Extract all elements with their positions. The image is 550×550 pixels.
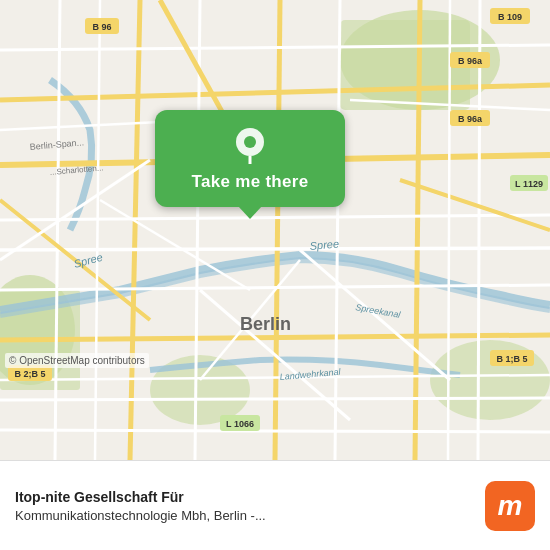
moovit-logo-icon: m (485, 481, 535, 531)
map-popup[interactable]: Take me there (155, 110, 345, 207)
svg-text:Spree: Spree (309, 237, 339, 252)
svg-text:B 2;B 5: B 2;B 5 (14, 369, 45, 379)
copyright-text: © OpenStreetMap contributors (5, 353, 149, 368)
moovit-letter: m (498, 490, 523, 522)
svg-text:B 96a: B 96a (458, 114, 483, 124)
svg-text:L 1129: L 1129 (515, 179, 543, 189)
svg-text:B 96: B 96 (92, 22, 111, 32)
location-subtitle: Kommunikationstechnologie Mbh, Berlin -.… (15, 508, 475, 523)
svg-text:B 96a: B 96a (458, 56, 483, 66)
location-pin-icon (232, 128, 268, 164)
take-me-there-button[interactable]: Take me there (192, 172, 309, 192)
location-title: Itop-nite Gesellschaft Für (15, 489, 475, 505)
svg-line-17 (0, 398, 550, 400)
location-info: Itop-nite Gesellschaft Für Kommunikation… (15, 489, 475, 523)
svg-text:L 1066: L 1066 (226, 419, 254, 429)
svg-text:Berlin: Berlin (240, 314, 291, 334)
info-panel: Itop-nite Gesellschaft Für Kommunikation… (0, 460, 550, 550)
svg-point-60 (244, 136, 256, 148)
map-container: B 96 B 109 B 96a B 96a L 1129 B 2;B 5 B … (0, 0, 550, 460)
svg-line-15 (0, 248, 550, 250)
svg-line-18 (0, 430, 550, 432)
svg-text:B 109: B 109 (498, 12, 522, 22)
svg-text:B 1;B 5: B 1;B 5 (496, 354, 527, 364)
svg-line-22 (478, 0, 480, 460)
